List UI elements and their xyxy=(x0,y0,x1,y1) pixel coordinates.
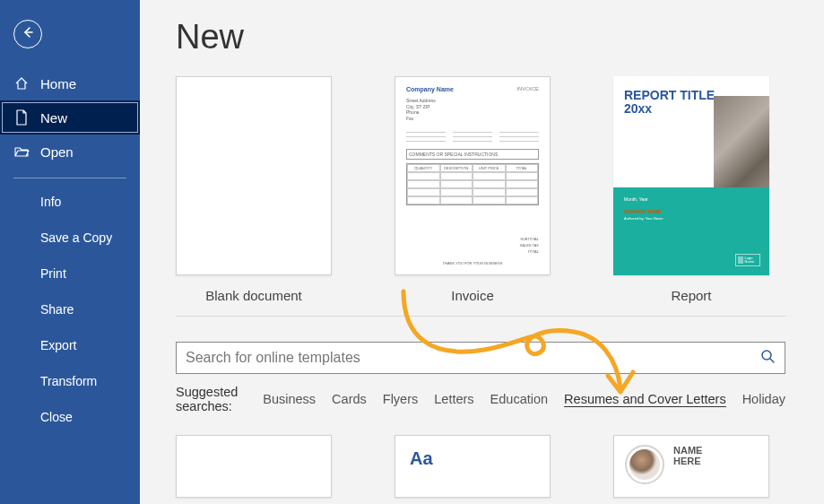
back-arrow-icon xyxy=(21,25,35,43)
suggested-education[interactable]: Education xyxy=(490,392,549,406)
template-label: Invoice xyxy=(451,288,494,303)
template-thumb-peek-resume: NAME HERE xyxy=(613,435,769,498)
resume-name-1: NAME xyxy=(673,445,702,456)
report-logo-text: Logo Name xyxy=(745,256,758,264)
sidebar-item-share[interactable]: Share xyxy=(0,291,140,327)
invoice-footer: THANK YOU FOR YOUR BUSINESS xyxy=(406,261,539,265)
sidebar-item-home[interactable]: Home xyxy=(0,66,140,100)
sidebar-item-label: Close xyxy=(40,410,73,424)
invoice-header-desc: DESCRIPTION xyxy=(440,164,473,172)
sidebar-item-label: Info xyxy=(40,195,61,209)
sidebar-item-label: Share xyxy=(40,302,74,317)
report-author: Authored by: Your Name xyxy=(624,216,759,221)
template-label: Report xyxy=(671,288,711,303)
sidebar-item-open[interactable]: Open xyxy=(0,135,140,169)
more-templates-row: Aa NAME HERE xyxy=(176,435,824,498)
suggested-searches-row: Suggested searches: Business Cards Flyer… xyxy=(176,385,785,413)
template-card-peek-2[interactable]: Aa xyxy=(395,435,551,498)
sidebar-item-info[interactable]: Info xyxy=(0,184,140,220)
sidebar-item-label: Print xyxy=(40,266,66,281)
search-box[interactable] xyxy=(176,342,785,374)
report-title-1: REPORT TITLE xyxy=(624,88,715,102)
sidebar-item-label: Save a Copy xyxy=(40,230,112,245)
home-icon xyxy=(13,75,30,91)
sidebar-item-save-copy[interactable]: Save a Copy xyxy=(0,220,140,256)
page-title: New xyxy=(176,18,824,56)
sidebar-item-label: Transform xyxy=(40,374,97,388)
sidebar-item-new[interactable]: New xyxy=(0,100,140,135)
sidebar-item-transform[interactable]: Transform xyxy=(0,363,140,399)
sidebar-primary-group: Home New Open xyxy=(0,66,140,169)
sidebar-item-label: Home xyxy=(40,76,76,91)
report-subtitle: Month, Year xyxy=(624,196,759,202)
new-doc-icon xyxy=(13,109,30,126)
sidebar-item-label: Open xyxy=(40,144,74,160)
search-input[interactable] xyxy=(186,350,759,366)
report-cover-image xyxy=(714,96,769,202)
sidebar-item-close[interactable]: Close xyxy=(0,399,140,435)
invoice-header-qty: QUANTITY xyxy=(407,164,440,172)
report-title-2: 20xx xyxy=(624,101,652,116)
invoice-company: Company Name xyxy=(406,86,454,92)
suggested-business[interactable]: Business xyxy=(263,392,316,406)
sidebar-item-label: Export xyxy=(40,338,76,352)
resume-avatar xyxy=(625,445,664,484)
template-search-section: Suggested searches: Business Cards Flyer… xyxy=(176,342,785,413)
template-card-report[interactable]: REPORT TITLE20xx Month, Year COMPANY NAM… xyxy=(613,76,769,303)
style-sample-text: Aa xyxy=(410,448,433,468)
invoice-badge: INVOICE xyxy=(516,86,539,92)
template-thumb-blank xyxy=(176,76,332,275)
suggested-label: Suggested searches: xyxy=(176,385,247,413)
report-logo: Logo Name xyxy=(735,254,760,266)
sidebar-item-label: New xyxy=(40,110,67,126)
backstage-sidebar: Home New Open Info Save a Copy Print Sha… xyxy=(0,0,140,504)
template-card-peek-resume[interactable]: NAME HERE xyxy=(613,435,769,498)
template-thumb-invoice: Company Name INVOICE Street AddressCity,… xyxy=(395,76,551,275)
svg-line-2 xyxy=(770,359,774,362)
sidebar-item-export[interactable]: Export xyxy=(0,327,140,363)
template-label: Blank document xyxy=(205,288,302,303)
main-panel: New Blank document Company Name INVOICE … xyxy=(140,0,824,504)
suggested-cards[interactable]: Cards xyxy=(332,392,367,406)
search-icon[interactable] xyxy=(759,348,776,368)
report-company: COMPANY NAME xyxy=(624,209,759,214)
section-divider xyxy=(176,316,785,317)
resume-name-2: HERE xyxy=(673,456,702,466)
template-thumb-peek-2: Aa xyxy=(395,435,551,498)
featured-templates-row: Blank document Company Name INVOICE Stre… xyxy=(176,76,824,303)
template-thumb-report: REPORT TITLE20xx Month, Year COMPANY NAM… xyxy=(613,76,769,275)
template-card-blank[interactable]: Blank document xyxy=(176,76,332,303)
suggested-flyers[interactable]: Flyers xyxy=(383,392,418,406)
sidebar-secondary-group: Info Save a Copy Print Share Export Tran… xyxy=(0,184,140,435)
invoice-header-total: TOTAL xyxy=(506,164,539,172)
sidebar-separator xyxy=(13,178,126,178)
template-thumb-peek-1 xyxy=(176,435,332,498)
suggested-letters[interactable]: Letters xyxy=(434,392,473,406)
suggested-resumes[interactable]: Resumes and Cover Letters xyxy=(564,392,726,407)
invoice-header-unit: UNIT PRICE xyxy=(473,164,506,172)
sidebar-item-print[interactable]: Print xyxy=(0,256,140,291)
open-folder-icon xyxy=(13,143,30,160)
suggested-holiday[interactable]: Holiday xyxy=(742,392,785,406)
back-button[interactable] xyxy=(13,20,42,48)
template-card-peek-1[interactable] xyxy=(176,435,332,498)
template-card-invoice[interactable]: Company Name INVOICE Street AddressCity,… xyxy=(395,76,551,303)
